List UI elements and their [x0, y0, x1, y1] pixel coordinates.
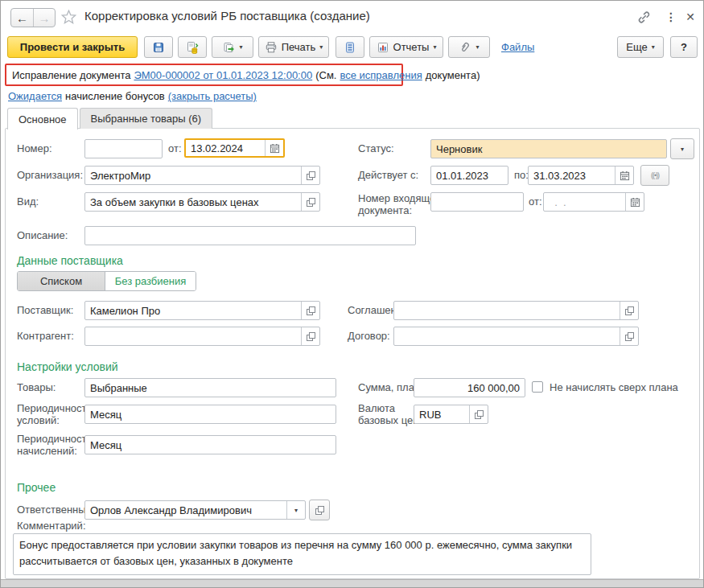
link-icon	[637, 10, 651, 24]
supplier-choose-button[interactable]	[301, 302, 319, 319]
organization-field-wrap	[84, 166, 320, 185]
valid-from-input[interactable]	[431, 167, 508, 184]
number-input[interactable]	[85, 140, 162, 158]
kebab-menu-icon: ⋮	[665, 10, 677, 23]
counterparty-label: Контрагент:	[17, 330, 74, 342]
supplier-input[interactable]	[85, 302, 301, 319]
attachments-button[interactable]: ▾	[448, 36, 490, 58]
banner-prefix: Исправление документа	[12, 69, 130, 81]
arrow-right-icon: →	[39, 11, 51, 25]
back-button[interactable]: ←	[11, 9, 33, 27]
source-document-link[interactable]: ЭМ00-000002 от 01.01.2023 12:00:00	[134, 69, 312, 81]
page-title: Корректировка условий РБ поставщика (соз…	[84, 9, 370, 23]
document-window: ← → Корректировка условий РБ поставщика …	[0, 0, 704, 588]
responsible-input[interactable]	[85, 501, 286, 519]
forward-button[interactable]: →	[33, 9, 55, 27]
incoming-date-input[interactable]	[544, 193, 625, 211]
incoming-number-label-line2: документа:	[358, 204, 412, 216]
document-movements-button[interactable]	[336, 36, 364, 58]
period-conditions-input[interactable]	[85, 405, 336, 423]
date-calendar-button[interactable]	[265, 140, 283, 156]
create-based-on-button[interactable]: ▾	[212, 36, 253, 58]
favorite-button[interactable]	[59, 8, 78, 26]
close-calculations-link[interactable]: (закрыть расчеты)	[168, 90, 257, 102]
contract-input[interactable]	[394, 327, 620, 345]
toggle-no-breakdown-button[interactable]: Без разбиения	[105, 272, 196, 290]
base-currency-choose-button[interactable]	[469, 405, 488, 423]
print-button[interactable]: Печать ▾	[258, 36, 329, 58]
status-input[interactable]	[431, 140, 666, 158]
description-input[interactable]	[85, 227, 415, 245]
pending-link[interactable]: Ожидается	[8, 90, 62, 102]
more-button[interactable]: Еще ▾	[617, 36, 664, 58]
choose-icon	[307, 306, 315, 315]
post-and-close-label: Провести и закрыть	[20, 41, 125, 53]
counterparty-input[interactable]	[85, 327, 301, 345]
organization-input[interactable]	[85, 167, 301, 184]
period-choice-button[interactable]: ((•))	[640, 165, 669, 186]
save-button[interactable]	[144, 36, 173, 58]
incoming-number-field-wrap	[430, 192, 524, 212]
window-menu-button[interactable]: ⋮	[661, 7, 681, 27]
incoming-date-calendar-button[interactable]	[625, 193, 644, 211]
status-label: Статус:	[358, 142, 394, 154]
date-input[interactable]	[186, 140, 265, 156]
bonus-status-line: Ожидается начисление бонусов (закрыть ра…	[8, 90, 257, 102]
contract-choose-button[interactable]	[620, 327, 638, 345]
supplier-label: Поставщик:	[17, 304, 73, 316]
goods-input[interactable]	[85, 379, 336, 397]
tab-strip: Основное Выбранные товары (6)	[7, 108, 212, 130]
status-dropdown-button[interactable]: ▾	[670, 138, 694, 159]
counterparty-choose-button[interactable]	[301, 327, 319, 345]
main-form-panel: Номер: от: Статус: ▾ Организа	[5, 128, 700, 579]
supplier-section-title: Данные поставщика	[17, 254, 123, 267]
choose-icon	[307, 198, 315, 207]
incoming-number-input[interactable]	[431, 193, 523, 211]
amount-plan-field-wrap	[414, 378, 525, 397]
amount-plan-input[interactable]	[414, 379, 525, 397]
responsible-choose-button[interactable]	[309, 500, 330, 520]
period-icon: ((•))	[651, 171, 659, 179]
tab-selected-goods[interactable]: Выбранные товары (6)	[80, 108, 213, 129]
organization-choose-button[interactable]	[301, 167, 319, 184]
help-label: ?	[681, 41, 687, 53]
number-field-wrap	[84, 139, 163, 158]
all-corrections-link[interactable]: все исправления	[340, 69, 422, 81]
valid-to-calendar-button[interactable]	[615, 167, 633, 184]
valid-to-input[interactable]	[529, 167, 615, 184]
comment-textarea[interactable]: Бонус предоставляется при условии закупк…	[13, 533, 591, 575]
files-link[interactable]: Файлы	[501, 41, 534, 53]
other-section-title: Прочее	[17, 481, 56, 494]
responsible-label: Ответственный:	[17, 504, 94, 516]
period-accruals-input[interactable]	[85, 436, 336, 454]
choose-icon	[307, 171, 315, 180]
responsible-dropdown-button[interactable]: ▾	[286, 501, 305, 519]
floppy-icon	[152, 41, 165, 54]
choose-icon	[625, 306, 634, 315]
description-label: Описание:	[17, 229, 68, 241]
create-based-on-icon	[222, 41, 235, 54]
help-button[interactable]: ?	[670, 36, 698, 58]
toggle-list-button[interactable]: Списком	[18, 272, 105, 290]
post-and-close-button[interactable]: Провести и закрыть	[7, 36, 138, 58]
conditions-section-title: Настройки условий	[17, 360, 118, 373]
close-button[interactable]: ✕	[680, 7, 701, 27]
correction-banner: Исправление документа ЭМ00-000002 от 01.…	[5, 64, 403, 86]
more-label: Еще	[626, 41, 647, 53]
reports-button[interactable]: Отчеты ▾	[369, 36, 443, 58]
post-document-button[interactable]	[178, 36, 207, 58]
agreement-input[interactable]	[394, 302, 620, 319]
agreement-choose-button[interactable]	[620, 302, 638, 319]
organization-label: Организация:	[17, 169, 83, 181]
kind-choose-button[interactable]	[301, 193, 319, 211]
choose-icon	[625, 332, 634, 341]
base-currency-input[interactable]	[414, 405, 469, 423]
bonus-text: начисление бонусов	[65, 90, 165, 102]
get-link-button[interactable]	[633, 7, 654, 27]
kind-input[interactable]	[85, 193, 301, 211]
contract-field-wrap	[393, 327, 639, 346]
description-field-wrap	[84, 226, 416, 245]
no-accrual-over-plan-checkbox[interactable]	[532, 381, 543, 393]
calendar-icon	[620, 171, 630, 181]
tab-main[interactable]: Основное	[7, 108, 78, 130]
